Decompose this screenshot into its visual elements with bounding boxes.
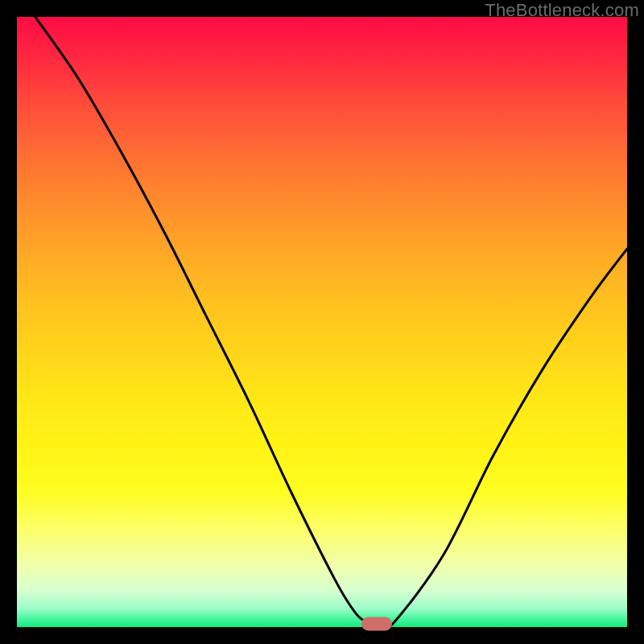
bottleneck-curve	[17, 17, 627, 627]
watermark-text: TheBottleneck.com	[485, 0, 639, 21]
optimal-point-marker	[361, 617, 392, 631]
plot-area	[17, 17, 627, 627]
